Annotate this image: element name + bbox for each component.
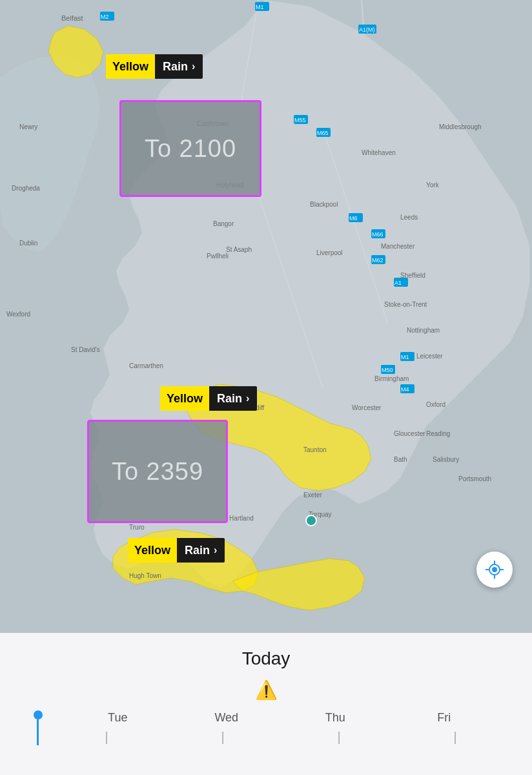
chevron-icon-1: › <box>192 61 195 72</box>
warning-type-label-3: Rain › <box>177 538 225 563</box>
warning-type-label-2: Rain › <box>209 386 257 411</box>
svg-text:Exeter: Exeter <box>303 491 323 499</box>
svg-text:Carmarthen: Carmarthen <box>129 362 163 369</box>
svg-text:M6: M6 <box>349 215 358 222</box>
warning-badge-1[interactable]: Yellow Rain › <box>106 54 203 79</box>
svg-text:Nottingham: Nottingham <box>407 327 440 334</box>
svg-text:Whitehaven: Whitehaven <box>362 149 396 156</box>
time-box-1[interactable]: To 2100 <box>119 100 261 197</box>
svg-text:M1: M1 <box>401 354 409 360</box>
warning-type-label-1: Rain › <box>155 54 203 79</box>
svg-text:M50: M50 <box>382 367 393 373</box>
day-fri: Fri <box>390 711 499 725</box>
svg-text:Gloucester: Gloucester <box>394 430 425 437</box>
svg-text:Pwllheli: Pwllheli <box>207 253 229 260</box>
svg-text:Reading: Reading <box>426 430 450 437</box>
day-ticks-row: | | | | <box>48 730 513 745</box>
svg-text:Bath: Bath <box>394 456 407 463</box>
time-label-1: To 2100 <box>145 135 236 163</box>
svg-text:Belfast: Belfast <box>61 14 83 22</box>
svg-text:Dublin: Dublin <box>19 240 37 247</box>
tick-fri: | <box>397 730 513 745</box>
svg-text:Birmingham: Birmingham <box>374 375 409 382</box>
warning-yellow-label-3: Yellow <box>128 538 177 563</box>
svg-text:Oxford: Oxford <box>426 401 445 408</box>
svg-text:Taunton: Taunton <box>303 446 327 453</box>
tick-wed: | <box>165 730 281 745</box>
day-labels: Tue Wed Thu Fri <box>63 711 498 725</box>
svg-text:Drogheda: Drogheda <box>12 185 40 192</box>
svg-text:M62: M62 <box>372 257 384 264</box>
svg-text:M2: M2 <box>101 14 109 20</box>
map-container: Belfast Newry Drogheda Dublin Wexford Ca… <box>0 0 532 633</box>
svg-point-68 <box>306 515 316 526</box>
chevron-icon-3: › <box>214 544 217 556</box>
location-button[interactable] <box>476 552 513 588</box>
svg-text:Middlesbrough: Middlesbrough <box>439 123 482 130</box>
svg-text:Blackpool: Blackpool <box>310 201 338 208</box>
tick-tue: | <box>48 730 165 745</box>
svg-text:Newry: Newry <box>19 123 37 130</box>
svg-text:Stoke-on-Trent: Stoke-on-Trent <box>384 301 427 308</box>
svg-text:Truro: Truro <box>129 524 145 531</box>
time-box-2[interactable]: To 2359 <box>87 420 228 523</box>
svg-text:Manchester: Manchester <box>381 243 415 250</box>
bottom-panel: Today ⚠️ Tue Wed Thu Fri | | | | <box>0 633 532 775</box>
svg-text:Liverpool: Liverpool <box>316 249 343 256</box>
svg-text:A1(M): A1(M) <box>359 26 375 33</box>
warning-icon: ⚠️ <box>255 679 278 701</box>
svg-text:Leeds: Leeds <box>400 214 418 221</box>
timeline-dot <box>34 710 43 719</box>
warning-yellow-label-2: Yellow <box>160 386 209 411</box>
svg-text:M65: M65 <box>317 130 329 136</box>
svg-text:Hartland: Hartland <box>229 515 254 522</box>
time-label-2: To 2359 <box>112 458 203 486</box>
svg-text:Leicester: Leicester <box>416 353 443 360</box>
svg-text:Salisbury: Salisbury <box>433 456 459 463</box>
svg-text:Bangor: Bangor <box>213 220 234 227</box>
svg-text:Wexford: Wexford <box>6 311 30 318</box>
chevron-icon-2: › <box>246 393 249 404</box>
svg-text:M4: M4 <box>401 386 409 393</box>
svg-text:St David's: St David's <box>71 346 100 353</box>
timeline-row: Tue Wed Thu Fri <box>34 711 498 725</box>
svg-point-69 <box>492 567 497 572</box>
svg-text:York: York <box>426 181 440 189</box>
day-tue: Tue <box>63 711 172 725</box>
tick-thu: | <box>281 730 397 745</box>
today-label: Today <box>242 648 291 669</box>
svg-text:M55: M55 <box>294 117 306 123</box>
svg-text:M1: M1 <box>256 4 264 10</box>
svg-text:A1: A1 <box>394 280 402 286</box>
svg-text:St Asaph: St Asaph <box>226 246 252 253</box>
svg-text:Portsmouth: Portsmouth <box>458 475 491 482</box>
timeline-line <box>37 719 39 745</box>
svg-text:M66: M66 <box>372 231 384 238</box>
svg-text:Worcester: Worcester <box>352 404 382 411</box>
warning-yellow-label-1: Yellow <box>106 54 155 79</box>
warning-badge-3[interactable]: Yellow Rain › <box>128 538 225 563</box>
location-icon <box>486 561 504 579</box>
day-thu: Thu <box>281 711 390 725</box>
svg-text:Hugh Town: Hugh Town <box>129 572 161 579</box>
day-wed: Wed <box>172 711 281 725</box>
warning-badge-2[interactable]: Yellow Rain › <box>160 386 257 411</box>
